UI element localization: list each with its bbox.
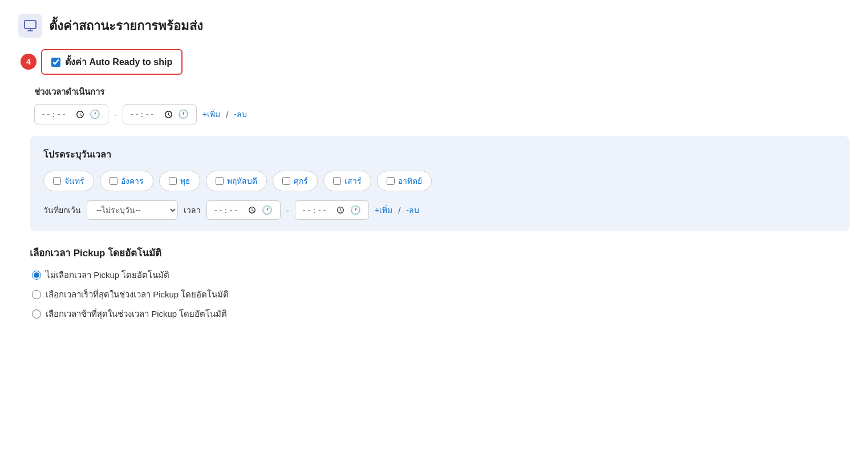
day-mon-checkbox[interactable] [53,177,61,185]
schedule-panel-title: โปรดระบุวันเวลา [43,147,836,162]
time-end-input-box: 🕐 [123,104,197,124]
clock-icon-ex-end: 🕐 [350,205,361,215]
exclude-day-select[interactable]: --ไม่ระบุวัน-- จันทร์ อังคาร พุธ พฤหัสบด… [87,200,178,220]
day-sat[interactable]: เสาร์ [323,171,371,191]
day-thu-checkbox[interactable] [216,177,224,185]
operation-time-section: ช่วงเวลาดำเนินการ 🕐 - 🕐 +เพิ่ม / -ลบ [32,85,850,124]
time-start-input-box: 🕐 [34,104,108,124]
clock-icon-ex-start: 🕐 [262,205,273,215]
day-sat-checkbox[interactable] [333,177,341,185]
time-end-input[interactable] [129,108,175,120]
pickup-radio-none[interactable] [32,271,41,280]
day-sun-checkbox[interactable] [387,177,395,185]
header-icon [18,14,42,38]
day-tue[interactable]: อังคาร [100,171,153,191]
day-thu[interactable]: พฤหัสบดี [206,171,267,191]
pickup-section: เลือกเวลา Pickup โดยอัตโนมัติ ไม่เลือกเว… [30,245,850,321]
exclude-row: วันที่ยกเว้น --ไม่ระบุวัน-- จันทร์ อังคา… [43,200,836,220]
exclude-add-link[interactable]: +เพิ่ม [375,204,392,216]
add-time-link[interactable]: +เพิ่ม [202,108,220,120]
time-start-input[interactable] [40,108,86,120]
day-fri[interactable]: ศุกร์ [273,171,318,191]
clock-icon-end: 🕐 [178,109,189,119]
exclude-time-end-box: 🕐 [295,200,369,220]
operation-time-label: ช่วงเวลาดำเนินการ [34,85,850,99]
page-header: ตั้งค่าสถานะรายการพร้อมส่ง [18,14,850,38]
day-fri-checkbox[interactable] [282,177,290,185]
exclude-time-start[interactable] [213,204,258,216]
time-dash: - [114,110,117,119]
pickup-section-title: เลือกเวลา Pickup โดยอัตโนมัติ [30,245,850,260]
pickup-radio-earliest[interactable] [32,290,41,299]
auto-ready-label: ตั้งค่า Auto Ready to ship [65,55,172,69]
pickup-radio-latest[interactable] [32,309,41,319]
pickup-option-latest[interactable]: เลือกเวลาช้าที่สุดในช่วงเวลา Pickup โดยอ… [32,307,850,321]
auto-ready-checkbox[interactable] [51,58,60,67]
exclude-remove-link[interactable]: -ลบ [406,204,419,216]
day-sun[interactable]: อาทิตย์ [377,171,432,191]
pickup-radio-group: ไม่เลือกเวลา Pickup โดยอัตโนมัติ เลือกเว… [32,268,850,321]
day-tue-checkbox[interactable] [109,177,117,185]
pickup-option-earliest[interactable]: เลือกเวลาเร็วที่สุดในช่วงเวลา Pickup โดย… [32,288,850,301]
section-wrapper: 4 ตั้งค่า Auto Ready to ship ช่วงเวลาดำเ… [30,49,850,321]
schedule-panel: โปรดระบุวันเวลา จันทร์ อังคาร พุธ พฤหัสบ… [30,136,850,232]
step-badge: 4 [21,54,36,70]
svg-rect-0 [25,21,36,29]
remove-time-link[interactable]: -ลบ [234,108,247,120]
days-row: จันทร์ อังคาร พุธ พฤหัสบดี ศุกร์ เสาร์ [43,171,836,191]
day-wed-checkbox[interactable] [169,177,177,185]
day-mon[interactable]: จันทร์ [43,171,94,191]
clock-icon-start: 🕐 [90,109,100,119]
exclude-label: วันที่ยกเว้น [43,204,81,216]
auto-ready-checkbox-box: ตั้งค่า Auto Ready to ship [41,49,182,75]
exclude-time-end[interactable] [301,204,347,216]
day-wed[interactable]: พุธ [159,171,200,191]
operation-time-row: 🕐 - 🕐 +เพิ่ม / -ลบ [34,104,850,124]
exclude-time-label: เวลา [184,204,201,216]
exclude-dash: - [286,206,289,215]
pickup-option-none[interactable]: ไม่เลือกเวลา Pickup โดยอัตโนมัติ [32,268,850,282]
page-title: ตั้งค่าสถานะรายการพร้อมส่ง [49,16,203,36]
exclude-time-start-box: 🕐 [206,200,281,220]
